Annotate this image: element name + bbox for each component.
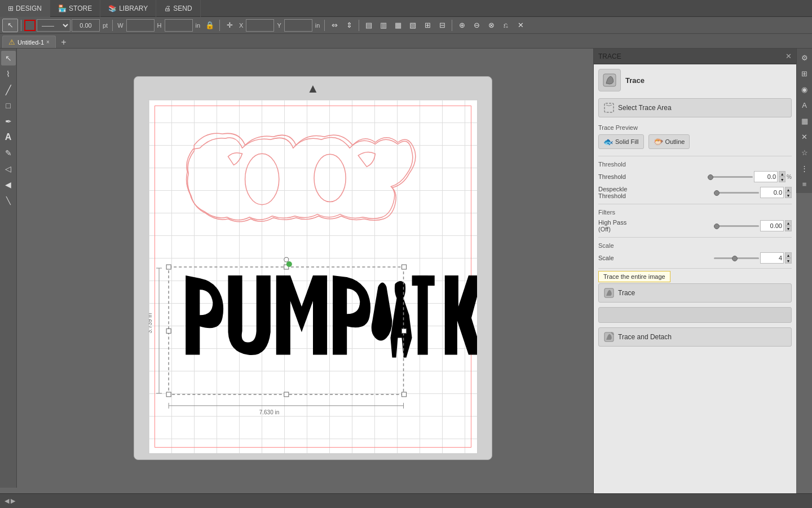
svg-text:3.739 in: 3.739 in xyxy=(149,313,153,334)
pen-tool[interactable]: ✒ xyxy=(1,114,16,129)
threshold-slider-thumb[interactable] xyxy=(708,174,713,180)
high-pass-slider[interactable] xyxy=(714,222,759,230)
store-icon: 🏪 xyxy=(58,5,67,12)
sep2 xyxy=(112,20,113,31)
svg-point-0 xyxy=(245,154,279,204)
tab-untitled1[interactable]: ⚠ Untitled-1 × xyxy=(2,36,56,48)
edit-tool[interactable]: ✎ xyxy=(1,146,16,160)
trace-detach-icon xyxy=(603,331,615,343)
despeckle-slider[interactable] xyxy=(714,189,759,196)
high-pass-value-input[interactable]: 0.00 xyxy=(760,220,784,231)
align-center-btn[interactable]: ▥ xyxy=(377,19,390,32)
lock-ratio-btn[interactable]: 🔒 xyxy=(203,19,217,32)
despeckle-row: Despeckle Threshold 0.0 ▲ ▼ xyxy=(598,186,792,199)
store-label: STORE xyxy=(69,5,92,12)
select-trace-label: Select Trace Area xyxy=(618,104,672,112)
width-input[interactable]: 7.630 xyxy=(126,19,155,32)
trace-panel-content: Trace Select Trace Area Trace Preview 🐟 … xyxy=(594,64,796,508)
align-right-btn[interactable]: ▦ xyxy=(391,19,405,32)
store-icon2[interactable]: ☆ xyxy=(798,146,811,159)
align-top-btn[interactable]: ▧ xyxy=(406,19,420,32)
move-icon[interactable]: ✛ xyxy=(223,19,236,32)
eraser-tool[interactable]: ◁ xyxy=(1,161,16,176)
scale-spin-down[interactable]: ▼ xyxy=(785,258,792,264)
tab-close-btn[interactable]: × xyxy=(46,39,50,45)
solid-fill-icon: 🐟 xyxy=(603,137,613,146)
delete-btn[interactable]: ✕ xyxy=(514,19,527,32)
stroke-color-swatch[interactable] xyxy=(24,20,36,31)
fill-tool[interactable]: ◀ xyxy=(1,177,16,192)
flip-h-btn[interactable]: ⇔ xyxy=(328,19,341,32)
trace-panel-header: TRACE ✕ xyxy=(594,49,796,64)
solid-fill-btn[interactable]: 🐟 Solid Fill xyxy=(598,134,644,149)
morph-icon[interactable]: ≡ xyxy=(798,177,811,191)
nav-store-btn[interactable]: 🏪 STORE xyxy=(50,0,100,17)
scale-spin-up[interactable]: ▲ xyxy=(785,252,792,258)
toolbar: ↖ —— 0.00 pt W 7.630 H 3.739 in 🔒 ✛ X 3.… xyxy=(0,17,812,34)
canvas-inner[interactable]: 3.739 in 7.630 in xyxy=(148,99,478,454)
despeckle-spin-down[interactable]: ▼ xyxy=(785,192,792,198)
despeckle-slider-thumb[interactable] xyxy=(714,190,720,196)
flip-v-btn[interactable]: ⇕ xyxy=(342,19,356,32)
warp-icon[interactable]: ⋮ xyxy=(798,161,811,175)
group-btn[interactable]: ⊞ xyxy=(421,19,434,32)
nav-send-btn[interactable]: 🖨 SEND xyxy=(156,0,200,17)
select-trace-area-btn[interactable]: Select Trace Area xyxy=(598,98,792,117)
send-icon: 🖨 xyxy=(164,5,171,12)
boolean-union-btn[interactable]: ⊕ xyxy=(455,19,469,32)
x-input[interactable]: 3.432 xyxy=(246,19,274,32)
threshold-spin-down[interactable]: ▼ xyxy=(779,177,785,182)
select-tool-btn[interactable]: ↖ xyxy=(2,19,18,32)
despeckle-spin-up[interactable]: ▲ xyxy=(785,187,792,192)
scale-slider[interactable] xyxy=(714,254,759,262)
trace-btn[interactable]: Trace xyxy=(598,283,792,303)
properties-icon[interactable]: ⚙ xyxy=(798,51,811,64)
pixel-icon[interactable]: ⊞ xyxy=(798,67,811,80)
replicate-icon[interactable]: ✕ xyxy=(798,130,811,143)
threshold-slider[interactable] xyxy=(708,173,753,181)
trace-icon xyxy=(598,69,621,91)
knife-tool[interactable]: ╲ xyxy=(1,193,16,208)
boolean-subtract-btn[interactable]: ⊖ xyxy=(470,19,483,32)
divider4 xyxy=(598,268,792,269)
stroke-pt-label: pt xyxy=(101,22,109,29)
stroke-width-input[interactable]: 0.00 xyxy=(72,19,100,32)
width-dim-label: 7.630 in xyxy=(259,409,280,415)
boolean-intersect-btn[interactable]: ⊗ xyxy=(484,19,498,32)
svg-rect-9 xyxy=(402,329,407,333)
trace-detach-btn[interactable]: Trace and Detach xyxy=(598,327,792,347)
nav-design-btn[interactable]: ⊞ DESIGN xyxy=(0,0,50,17)
threshold-spin-up[interactable]: ▲ xyxy=(779,171,785,177)
outline-btn[interactable]: 🐡 Outline xyxy=(648,134,690,149)
trace-panel-close-btn[interactable]: ✕ xyxy=(785,52,792,60)
threshold-unit: % xyxy=(787,174,792,180)
text-style-icon[interactable]: A xyxy=(798,98,811,112)
node-edit-tool[interactable]: ⌇ xyxy=(1,67,16,81)
fill-icon[interactable]: ◉ xyxy=(798,82,811,96)
line-tool[interactable]: ╱ xyxy=(1,82,16,97)
rectangle-tool[interactable]: □ xyxy=(1,98,16,113)
stroke-width-select[interactable]: —— xyxy=(37,19,70,32)
ungroup-btn[interactable]: ⊟ xyxy=(435,19,449,32)
align-left-btn[interactable]: ▤ xyxy=(362,19,376,32)
filters-section-title: Filters xyxy=(598,209,792,216)
cutting-mat: ▲ xyxy=(134,76,492,460)
undo-btn[interactable]: ⎌ xyxy=(499,19,513,32)
tab-add-btn[interactable]: + xyxy=(58,37,69,48)
threshold-value-input[interactable]: 0.0 xyxy=(754,171,778,182)
scale-value-input[interactable]: 4 xyxy=(760,252,784,264)
trace-icon-svg xyxy=(602,72,617,88)
high-pass-slider-thumb[interactable] xyxy=(714,224,720,229)
canvas-area: ▲ xyxy=(17,49,609,488)
height-input[interactable]: 3.739 xyxy=(165,19,193,32)
select-tool[interactable]: ↖ xyxy=(1,51,16,65)
despeckle-value-input[interactable]: 0.0 xyxy=(760,187,784,198)
y-input[interactable]: 6.127 xyxy=(284,19,312,32)
scale-slider-thumb[interactable] xyxy=(732,256,738,261)
text-tool[interactable]: A xyxy=(1,130,16,144)
high-pass-spin-up[interactable]: ▲ xyxy=(785,220,792,226)
chart-icon[interactable]: ▦ xyxy=(798,114,811,128)
high-pass-spin-down[interactable]: ▼ xyxy=(785,226,792,231)
send-label: SEND xyxy=(173,5,192,12)
nav-library-btn[interactable]: 📚 LIBRARY xyxy=(100,0,156,17)
